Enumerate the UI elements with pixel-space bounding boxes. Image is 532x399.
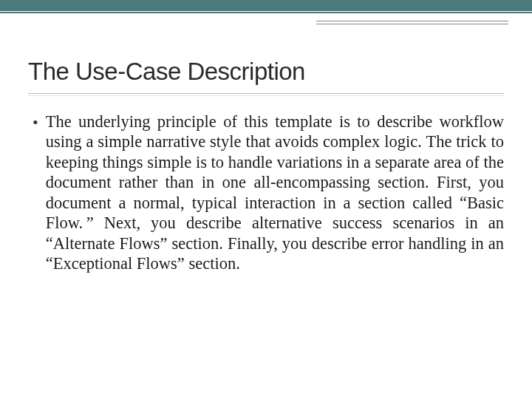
accent-line-lower: [316, 24, 508, 24]
slide-top-bar: [0, 0, 532, 13]
title-underline-shadow: [28, 95, 504, 96]
accent-lines: [316, 21, 508, 24]
slide-content: The Use-Case Description • The underlyin…: [0, 13, 532, 274]
slide-title: The Use-Case Description: [28, 58, 504, 94]
body-paragraph: The underlying principle of this templat…: [46, 112, 504, 274]
bullet-marker: •: [33, 113, 38, 132]
top-bar-inner-line: [0, 11, 532, 12]
accent-line-upper: [316, 21, 508, 21]
bullet-item: • The underlying principle of this templ…: [28, 112, 504, 274]
